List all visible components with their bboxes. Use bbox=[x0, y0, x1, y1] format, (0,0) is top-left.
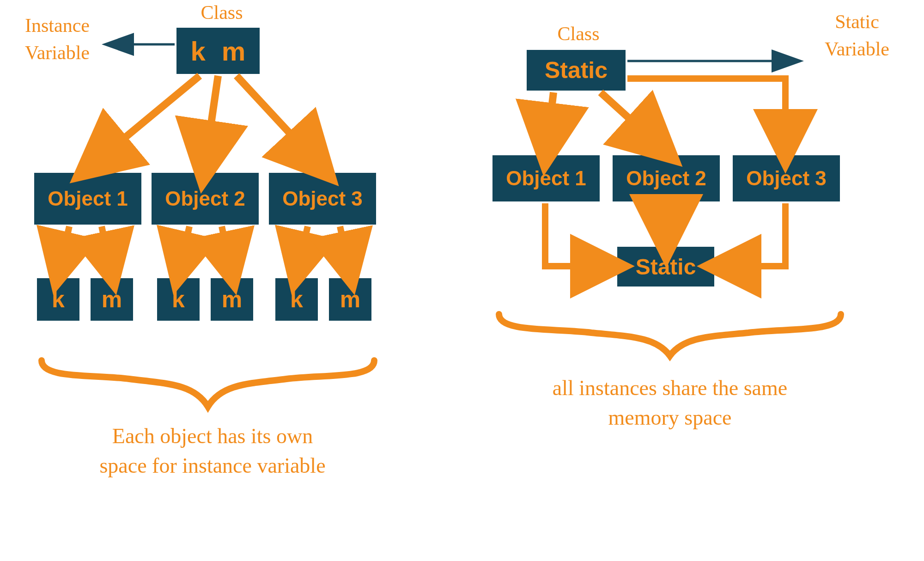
arrow-class-obj2 bbox=[205, 76, 218, 165]
right-class-box: Static bbox=[527, 50, 626, 91]
arrow-class-obj3 bbox=[237, 76, 319, 165]
left-field-4: m bbox=[211, 278, 253, 321]
arrow-obj3-m bbox=[340, 226, 349, 270]
arrow-rclass-obj2 bbox=[601, 92, 661, 147]
right-variable-label: Static Variable bbox=[804, 8, 910, 63]
arrow-rclass-obj1 bbox=[547, 92, 553, 147]
left-brace bbox=[42, 360, 374, 407]
right-brace bbox=[499, 314, 841, 356]
arrow-obj1-m bbox=[102, 226, 111, 270]
right-caption: all instances share the same memory spac… bbox=[499, 373, 841, 433]
left-caption: Each object has its own space for instan… bbox=[51, 421, 374, 481]
arrow-class-obj1 bbox=[92, 76, 200, 165]
left-field-1: k bbox=[37, 278, 79, 321]
arrow-obj1-k bbox=[59, 226, 69, 270]
left-field-5: k bbox=[275, 278, 318, 321]
right-object-2: Object 2 bbox=[613, 155, 720, 201]
class-var-k: k bbox=[191, 36, 206, 67]
class-var-m: m bbox=[222, 36, 246, 67]
left-object-1: Object 1 bbox=[34, 173, 141, 225]
arrow-obj1-static bbox=[545, 203, 609, 266]
arrow-obj2-m bbox=[222, 226, 231, 270]
arrow-obj2-k bbox=[179, 226, 189, 270]
left-object-3: Object 3 bbox=[269, 173, 376, 225]
left-class-box: k m bbox=[176, 28, 260, 74]
left-field-3: k bbox=[157, 278, 200, 321]
arrow-obj3-static bbox=[723, 203, 785, 266]
arrow-obj3-k bbox=[298, 226, 308, 270]
left-field-6: m bbox=[329, 278, 371, 321]
right-object-3: Object 3 bbox=[733, 155, 840, 201]
left-object-2: Object 2 bbox=[152, 173, 259, 225]
right-class-label: Class bbox=[537, 20, 620, 48]
arrow-rclass-obj3 bbox=[627, 79, 785, 148]
left-class-label: Class bbox=[176, 0, 268, 26]
left-variable-label: Instance Variable bbox=[6, 12, 108, 67]
right-shared-box: Static bbox=[617, 247, 714, 287]
right-object-1: Object 1 bbox=[492, 155, 600, 201]
left-field-2: m bbox=[91, 278, 133, 321]
